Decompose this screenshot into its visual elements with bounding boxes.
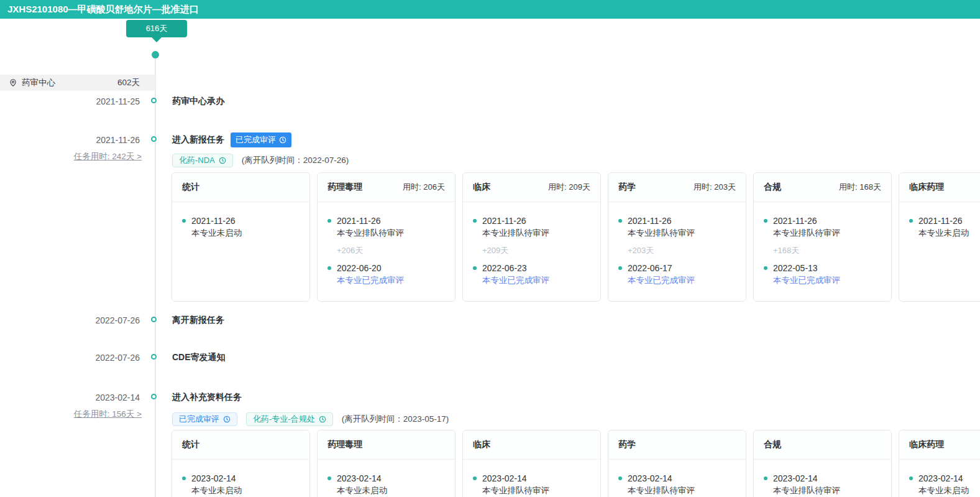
timeline-node [151,98,157,103]
bullet-dot [618,476,622,480]
entry-status: 本专业排队待审评 [482,228,590,239]
card-entry: 2022-06-17 本专业已完成审评 [618,262,736,286]
event-title: 离开新报任务 [172,315,224,326]
card-statistics: 统计 2023-02-14 本专业未启动 [172,430,310,497]
entry-date: 2023-02-14 [918,473,980,484]
entry-status-link[interactable]: 本专业已完成审评 [628,275,736,286]
bullet-dot [327,266,331,270]
bullet-dot [764,476,767,480]
entry-status: 本专业未启动 [918,485,980,496]
location-bar: 药审中心 602天 [0,75,155,91]
card-title: 药理毒理 [327,439,362,450]
event-date: 2021-11-26 [0,134,140,146]
entry-date: 2023-02-14 [191,473,300,484]
card-entry: 2023-02-14 本专业排队待审评 [764,473,881,496]
card-entry: 2023-02-14 本专业排队待审评 [473,473,590,496]
timeline-node [151,136,157,142]
entry-date: 2022-06-23 [482,262,590,274]
card-duration: 用时: 203天 [694,182,736,193]
specialty-cards-row-1: 统计 2021-11-26 本专业未启动 药理毒理 用时: 206天 2021-… [172,172,980,302]
task-type-tag[interactable]: 化药-专业-合规处 [246,412,333,426]
location-label: 药审中心 [22,77,117,88]
card-title: 临床药理 [909,182,944,193]
card-entry: 2021-11-26 本专业排队待审评 [473,215,590,239]
card-statistics: 统计 2021-11-26 本专业未启动 [172,172,310,302]
bullet-dot [182,219,186,223]
task-type-label: 化药-NDA [179,155,215,166]
card-pharmacology-toxicology: 药理毒理 2023-02-14 本专业未启动 [317,430,456,497]
entry-date: 2022-06-20 [337,262,445,274]
event-date: 2021-11-25 [0,95,140,108]
card-entry: 2023-02-14 本专业未启动 [327,473,445,496]
card-entry: 2021-11-26 本专业排队待审评 [764,215,881,239]
queue-leave-note: (离开队列时间：2022-07-26) [242,155,349,166]
entry-status: 本专业排队待审评 [773,228,881,239]
card-title: 临床药理 [909,439,944,450]
entry-date: 2021-11-26 [773,215,881,226]
status-badge-label: 已完成审评 [236,134,276,146]
entry-date: 2021-11-26 [337,215,445,226]
card-entry: 2023-02-14 本专业未启动 [909,473,980,496]
entry-status: 本专业排队待审评 [337,228,445,239]
bullet-dot [473,266,477,270]
total-duration-tooltip: 616天 [126,20,187,37]
bullet-dot [764,266,767,270]
event-title: 进入新报任务 [172,134,224,146]
timeline-node [151,354,157,360]
card-pharmacology-toxicology: 药理毒理 用时: 206天 2021-11-26 本专业排队待审评 +206天 … [317,172,456,302]
entry-date: 2022-05-13 [773,262,881,274]
queue-leave-note: (离开队列时间：2023-05-17) [342,414,449,425]
entry-date: 2023-02-14 [773,473,881,484]
task-duration-link[interactable]: 任务用时: 156天 > [0,408,142,420]
event-title: 进入补充资料任务 [172,392,242,403]
entry-status-link[interactable]: 本专业已完成审评 [773,275,881,286]
card-entry: 2022-05-13 本专业已完成审评 [764,262,881,286]
status-badge-completed[interactable]: 已完成审评 [231,132,291,147]
entry-status: 本专业排队待审评 [628,485,736,496]
bullet-dot [618,266,622,270]
queue-wait-duration: +209天 [482,246,590,256]
card-title: 药理毒理 [327,182,362,193]
bullet-dot [182,476,186,480]
entry-date: 2023-02-14 [628,473,736,484]
timeline-line [155,57,156,497]
entry-status: 本专业排队待审评 [773,485,881,496]
entry-date: 2022-06-17 [628,262,736,274]
total-duration-label: 616天 [146,23,168,34]
event-date: 2022-07-26 [0,314,140,327]
task-type-label: 化药-专业-合规处 [253,414,315,425]
review-timeline-page: JXHS2101080—甲磺酸贝舒地尔片—批准进口 616天 药审中心 602天… [0,0,980,497]
card-clinical: 临床 2023-02-14 本专业排队待审评 [462,430,601,497]
status-chip-completed[interactable]: 已完成审评 [172,412,237,426]
card-title: 临床 [473,439,490,450]
task-duration-link[interactable]: 任务用时: 242天 > [0,151,142,163]
entry-status-link[interactable]: 本专业已完成审评 [337,275,445,286]
event-date: 2023-02-14 [0,391,140,404]
timeline-node [151,394,157,399]
tooltip-arrow [152,37,162,42]
entry-status: 本专业未启动 [191,485,300,496]
card-entry: 2021-11-26 本专业未启动 [909,215,980,239]
event-title: CDE寄发通知 [172,352,226,363]
entry-date: 2021-11-26 [918,215,980,226]
bullet-dot [327,219,331,223]
entry-status: 本专业未启动 [191,228,300,239]
card-entry: 2023-02-14 本专业排队待审评 [618,473,736,496]
card-entry: 2021-11-26 本专业排队待审评 [618,215,736,239]
timeline-start-dot [152,51,159,58]
queue-wait-duration: +168天 [773,246,881,256]
card-clinical-pharmacology: 临床药理 2023-02-14 本专业未启动 [899,430,980,497]
bullet-dot [909,219,913,223]
entry-status-link[interactable]: 本专业已完成审评 [482,275,590,286]
bullet-dot [909,476,913,480]
entry-status: 本专业未启动 [337,485,445,496]
card-duration: 用时: 206天 [403,182,445,193]
bullet-dot [327,476,331,480]
event-title: 药审中心承办 [172,96,224,107]
entry-date: 2021-11-26 [482,215,590,226]
location-duration: 602天 [117,77,140,88]
card-title: 合规 [764,182,781,193]
task-type-tag[interactable]: 化药-NDA [172,154,233,167]
clock-icon [219,157,226,164]
card-title: 药学 [618,439,636,450]
